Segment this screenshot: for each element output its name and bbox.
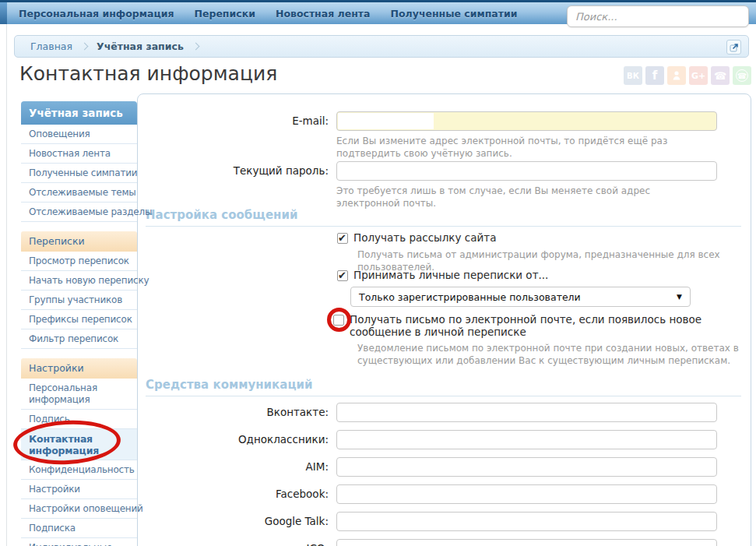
aim-row: AIM: <box>143 457 717 477</box>
sidebar-item-privacy[interactable]: Конфиденциальность <box>21 460 137 480</box>
select-dropdown-arrow-icon: ▼ <box>677 293 682 301</box>
section-communications: Средства коммуникаций <box>146 378 741 396</box>
email-on-message-label: Получать письмо по электронной почте, ес… <box>350 313 730 338</box>
google-plus-icon[interactable]: G+ <box>689 66 708 85</box>
page-title: Контактная информация <box>19 62 277 85</box>
password-label: Текущий пароль: <box>143 161 336 177</box>
sidebar-item-view-conversations[interactable]: Просмотр переписок <box>21 252 137 271</box>
section-message-settings: Настройка сообщений <box>146 208 741 227</box>
google-talk-label: Google Talk: <box>143 512 336 527</box>
recipients-select-value: Только зарегистрированные пользователи <box>359 291 581 303</box>
sidebar: Учётная запись Оповещения Новостная лент… <box>21 101 137 546</box>
vkontakte-label: Вконтакте: <box>143 403 336 418</box>
icq-field[interactable] <box>336 539 717 546</box>
sidebar-header-settings: Настройки <box>21 358 137 379</box>
current-password-field[interactable] <box>336 161 717 181</box>
accept-conversations-label: Принимать личные переписки от... <box>353 269 548 281</box>
password-hint: Это требуется лишь в том случае, если Вы… <box>336 185 710 210</box>
nav-personal-info[interactable]: Персональная информация <box>19 8 174 19</box>
accept-conversations-row: Принимать личные переписки от... <box>337 269 730 281</box>
nav-news-feed[interactable]: Новостная лента <box>276 8 371 19</box>
email-row: E-mail: <box>143 111 717 131</box>
vk-icon[interactable]: ВК <box>624 66 642 85</box>
vkontakte-field[interactable] <box>336 403 717 422</box>
email-field[interactable] <box>336 111 717 131</box>
chevron-right-icon <box>81 43 89 51</box>
sidebar-item-signature[interactable]: Подпись <box>21 410 137 429</box>
sidebar-item-contact-info[interactable]: Контактная информация <box>21 429 137 460</box>
facebook-row: Facebook: <box>143 484 717 504</box>
odnoklassniki-field[interactable] <box>336 430 717 449</box>
viber-icon[interactable]: ☎ <box>711 66 730 85</box>
google-talk-field[interactable] <box>336 512 717 531</box>
external-link-button[interactable] <box>726 40 741 55</box>
accept-conversations-checkbox[interactable] <box>337 270 348 281</box>
icq-label: ICQ: <box>143 539 336 546</box>
sidebar-item-news-feed[interactable]: Новостная лента <box>21 144 137 164</box>
sidebar-header-account: Учётная запись <box>21 101 137 125</box>
aim-field[interactable] <box>336 457 717 477</box>
search-box <box>567 5 749 27</box>
odnoklassniki-icon[interactable] <box>667 66 686 85</box>
sidebar-item-member-groups[interactable]: Группы участников <box>21 291 137 310</box>
facebook-field[interactable] <box>336 484 717 504</box>
aim-label: AIM: <box>143 457 336 473</box>
sidebar-item-personal-info[interactable]: Персональная информация <box>21 379 137 410</box>
newsletter-label: Получать рассылку сайта <box>353 231 496 244</box>
google-talk-row: Google Talk: <box>143 512 717 531</box>
vkontakte-row: Вконтакте: <box>143 403 717 422</box>
search-input[interactable] <box>568 6 748 26</box>
breadcrumb-account[interactable]: Учётная запись <box>97 41 184 52</box>
facebook-label: Facebook: <box>143 484 336 500</box>
sidebar-item-custom[interactable]: Индивидуальные <box>21 538 137 546</box>
nav-likes-received[interactable]: Полученные симпатии <box>391 8 518 19</box>
sidebar-item-subscription[interactable]: Подписка <box>21 519 137 538</box>
breadcrumb: Главная Учётная запись <box>14 35 749 58</box>
sidebar-item-watched-threads[interactable]: Отслеживаемые темы <box>21 183 137 203</box>
odnoklassniki-row: Одноклассники: <box>143 430 717 449</box>
sidebar-item-likes-received[interactable]: Полученные симпатии <box>21 164 137 183</box>
whatsapp-icon[interactable]: ☎ <box>733 66 751 85</box>
settings-form-panel: E-mail: Если Вы измените адрес электронн… <box>137 93 751 546</box>
sidebar-item-watched-forums[interactable]: Отслеживаемые разделы <box>21 203 137 222</box>
sidebar-header-conversations: Переписки <box>21 231 137 252</box>
email-hint: Если Вы измените адрес электронной почты… <box>336 135 710 160</box>
sidebar-item-conversation-filter[interactable]: Фильтр переписок <box>21 329 137 349</box>
facebook-icon[interactable]: f <box>645 66 664 85</box>
page-left-border <box>6 24 7 546</box>
sidebar-item-preferences[interactable]: Настройки <box>21 480 137 499</box>
chevron-right-icon <box>192 43 199 51</box>
email-label: E-mail: <box>143 111 336 127</box>
sidebar-item-alerts[interactable]: Оповещения <box>21 125 137 144</box>
social-share-row: ВК f G+ ☎ ☎ <box>624 66 751 85</box>
newsletter-checkbox[interactable] <box>337 233 348 244</box>
breadcrumb-home[interactable]: Главная <box>30 41 72 52</box>
email-field-wrap <box>336 111 717 131</box>
email-on-message-row: Получать письмо по электронной почте, ес… <box>333 313 730 338</box>
recipients-select[interactable]: Только зарегистрированные пользователи ▼ <box>350 287 691 307</box>
sidebar-item-alert-preferences[interactable]: Настройки оповещений <box>21 499 137 519</box>
external-link-icon <box>730 43 739 52</box>
icq-row: ICQ: <box>143 539 717 546</box>
password-row: Текущий пароль: <box>143 161 717 181</box>
email-on-message-checkbox[interactable] <box>333 315 344 326</box>
odnoklassniki-label: Одноклассники: <box>143 430 336 446</box>
email-on-message-hint: Уведомление письмом по электронной почте… <box>357 342 743 367</box>
sidebar-item-start-conversation[interactable]: Начать новую переписку <box>21 271 137 291</box>
newsletter-checkbox-row: Получать рассылку сайта <box>337 231 730 244</box>
sidebar-item-conversation-prefixes[interactable]: Префиксы переписок <box>21 310 137 329</box>
nav-conversations[interactable]: Переписки <box>195 8 255 19</box>
